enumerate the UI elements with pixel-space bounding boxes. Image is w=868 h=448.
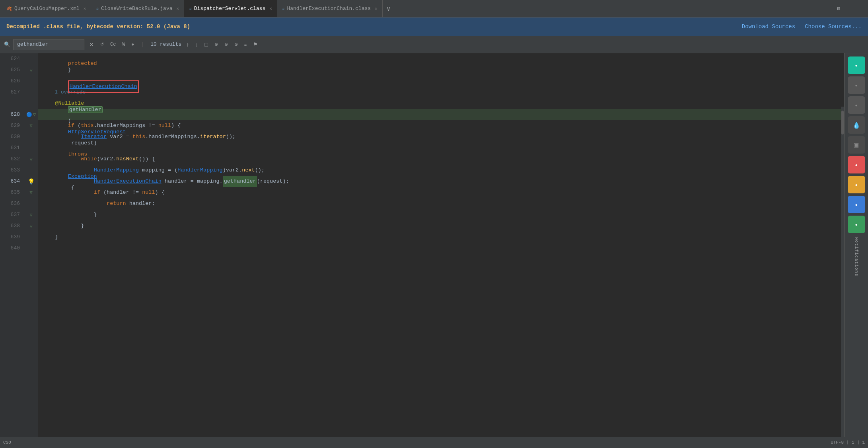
sidebar-btn-dark3[interactable]: 💧 — [848, 116, 865, 134]
gutter-icon-634[interactable]: 💡 — [24, 178, 38, 185]
gutter-area: 624 625 ▽ 626 627 628 🔵 ▽ — [0, 53, 38, 448]
prev-result-button[interactable]: ↑ — [185, 41, 191, 49]
code-line-636: return handler; — [38, 198, 868, 209]
close-tab1-icon[interactable]: ✕ — [84, 6, 86, 11]
close-tab4-icon[interactable]: ✕ — [375, 6, 378, 11]
squares-icon: ▣ — [854, 142, 859, 148]
line-num-640: 640 — [0, 243, 24, 254]
vertical-scrollbar[interactable] — [841, 107, 844, 437]
circle-icon-blue: ● — [855, 203, 857, 207]
line-num-624: 624 — [0, 53, 24, 64]
code-line-630: Iterator var2 = this .handlerMappings. i… — [38, 131, 868, 142]
right-sidebar: ● ● ● 💧 ▣ ● ● ● ● Notifications ✕ — [844, 53, 868, 448]
tab-bar: 🍂 QueryCaiGouMapper.xml ✕ ☕ CloseWriteBa… — [0, 0, 868, 18]
status-bar: CSO UTF-8 | 1 | 1 — [0, 437, 868, 448]
line-num-625: 625 — [0, 64, 24, 76]
gutter-icon-637: ▽ — [24, 212, 38, 218]
notifications-label: Notifications — [854, 237, 859, 277]
search-results-count: 10 results — [150, 41, 181, 47]
gutter-625: 625 ▽ — [0, 64, 38, 76]
filter-btn3[interactable]: ⊗ — [233, 41, 239, 48]
sidebar-btn-green[interactable]: ● — [848, 216, 865, 233]
gutter-icon-628: 🔵 ▽ — [24, 112, 38, 118]
sidebar-btn-yellow[interactable]: ● — [848, 176, 865, 193]
line-num-628: 628 — [0, 109, 24, 120]
next-result-button[interactable]: ↓ — [194, 41, 200, 49]
gutter-icon-638: ▽ — [24, 223, 38, 229]
tab-querycaigou[interactable]: 🍂 QueryCaiGouMapper.xml ✕ — [2, 0, 91, 17]
gutter-638: 638 ▽ — [0, 220, 38, 232]
circle-icon-dark1: ● — [855, 83, 857, 88]
gutter-630: 630 — [0, 131, 38, 142]
gutter-637: 637 ▽ — [0, 209, 38, 220]
code-line-625: } — [38, 64, 868, 76]
line-num-633: 633 — [0, 165, 24, 176]
gutter-639: 639 — [0, 232, 38, 243]
line-num-629: 629 — [0, 120, 24, 131]
search-bar: 🔍 ✕ ↺ Cc W ✱ | 10 results ↑ ↓ □ ⊕ ⊖ ⊗ ≡ … — [0, 36, 868, 53]
sidebar-btn-red[interactable]: ● — [848, 156, 865, 173]
close-tab3-icon[interactable]: ✕ — [269, 6, 272, 11]
code-line-638: } — [38, 220, 868, 232]
sidebar-btn-blue[interactable]: ● — [848, 196, 865, 213]
editor-main: 624 625 ▽ 626 627 628 🔵 ▽ — [0, 53, 868, 448]
class-icon2: ☕ — [282, 6, 285, 11]
tab-closewriteback[interactable]: ☕ CloseWriteBackRule.java ✕ — [91, 0, 184, 17]
circle-icon-yellow: ● — [855, 183, 857, 187]
code-line-637: } — [38, 209, 868, 220]
line-num-636: 636 — [0, 198, 24, 209]
gutter-icon-635: ▽ — [24, 190, 38, 196]
lightbulb-icon[interactable]: 💡 — [28, 178, 35, 185]
gutter-631: 631 — [0, 142, 38, 154]
bookmark-628: ▽ — [33, 112, 36, 118]
line-num-634: 634 — [0, 176, 24, 187]
sidebar-btn-teal[interactable]: ● — [848, 56, 865, 74]
code-line-626 — [38, 76, 868, 87]
code-line-627-override: 1 override — [38, 87, 868, 98]
info-bar-actions: Download Sources Choose Sources... — [742, 23, 862, 30]
search-input[interactable] — [14, 39, 84, 50]
line-num-627a: 627 — [0, 87, 24, 98]
tab-dispatcherservlet[interactable]: ☕ DispatcherServlet.class ✕ — [184, 0, 277, 17]
drop-icon: 💧 — [852, 121, 860, 129]
code-line-627-nullable: @Nullable — [38, 98, 868, 109]
green-highlight-gethandler-634: getHandler — [223, 176, 257, 187]
status-right: UTF-8 | 1 | 1 — [831, 440, 865, 445]
gutter-629: 629 ▽ — [0, 120, 38, 131]
code-line-633: HandlerMapping mapping = ( HandlerMappin… — [38, 165, 868, 176]
clear-search-button[interactable]: ✕ — [88, 41, 95, 49]
choose-sources-link[interactable]: Choose Sources... — [805, 23, 862, 30]
gutter-635: 635 ▽ — [0, 187, 38, 198]
code-line-624 — [38, 53, 868, 64]
gutter-632: 632 ▽ — [0, 154, 38, 165]
gutter-bookmark-625: ▽ — [24, 67, 38, 73]
word-button[interactable]: W — [121, 41, 127, 48]
code-editor[interactable]: } 1 override @Nullable ◉ protected Handl… — [38, 53, 868, 448]
sidebar-btn-dark4[interactable]: ▣ — [848, 136, 865, 154]
search-separator: | — [141, 41, 144, 48]
filter-btn2[interactable]: ⊖ — [223, 41, 230, 48]
filter-btn1[interactable]: ⊕ — [213, 41, 220, 48]
more-tabs-button[interactable]: ∨ — [383, 5, 395, 13]
circle-icon-dark2: ● — [855, 103, 857, 107]
tab-handlerexecutionchain[interactable]: ☕ HandlerExecutionChain.class ✕ — [277, 0, 383, 17]
breakpoint-icon-628: 🔵 — [26, 112, 32, 118]
code-line-628: ◉ protected HandlerExecutionChain getHan… — [38, 109, 868, 120]
star-button[interactable]: ✱ — [130, 41, 136, 48]
line-num-630: 630 — [0, 131, 24, 142]
filter-icon[interactable]: ⚑ — [251, 41, 259, 48]
regex-search-button[interactable]: ↺ — [99, 41, 105, 48]
close-tab2-icon[interactable]: ✕ — [177, 6, 179, 11]
scroll-thumb[interactable] — [841, 111, 844, 134]
line-num-638: 638 — [0, 220, 24, 232]
line-num-639: 639 — [0, 232, 24, 243]
filter-btn4[interactable]: ≡ — [243, 41, 248, 48]
sidebar-btn-dark2[interactable]: ● — [848, 96, 865, 114]
case-sensitive-button[interactable]: Cc — [109, 41, 117, 48]
expand-button[interactable]: □ — [203, 41, 209, 49]
red-rect-handlerexecutionchain: HandlerExecutionChain — [68, 80, 139, 93]
sidebar-btn-dark1[interactable]: ● — [848, 76, 865, 94]
download-sources-link[interactable]: Download Sources — [742, 23, 795, 30]
gutter-640: 640 — [0, 243, 38, 254]
gutter-icon-629: ▽ — [24, 123, 38, 129]
